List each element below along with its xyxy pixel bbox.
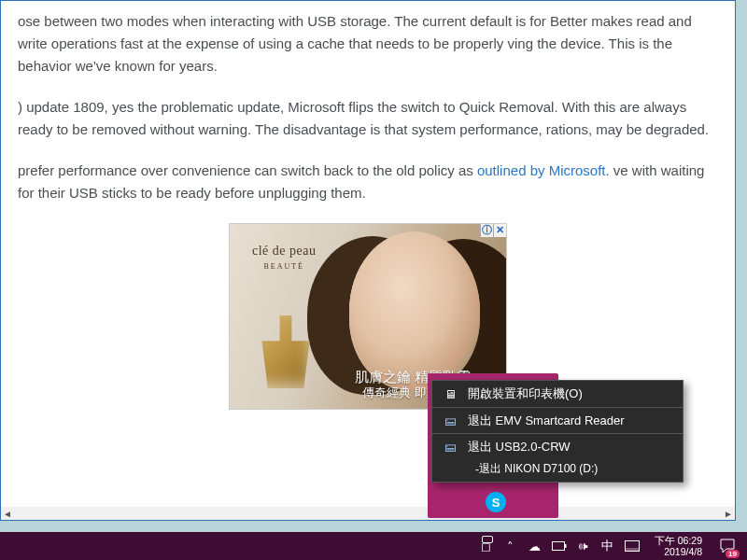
ad-product-image <box>256 315 316 388</box>
article-paragraph: ) update 1809, yes the problematic updat… <box>18 96 718 141</box>
drive-icon <box>442 439 458 455</box>
safely-remove-hardware-menu: 開啟裝置和印表機(O) 退出 EMV Smartcard Reader 退出 U… <box>431 380 684 483</box>
scroll-right-arrow-icon[interactable]: ► <box>722 507 735 520</box>
body-text: prefer performance over convenience can … <box>18 162 477 178</box>
ad-model-image <box>349 231 480 390</box>
onedrive-icon[interactable]: ☁ <box>528 539 543 553</box>
article-link-outlined-by-microsoft[interactable]: outlined by Microsoft <box>477 162 606 178</box>
action-center-icon[interactable]: 19 <box>717 536 738 556</box>
taskview-svg-icon <box>625 540 640 552</box>
svg-rect-3 <box>625 548 639 552</box>
clock-date: 2019/4/8 <box>655 546 702 557</box>
menu-eject-nikon-d7100[interactable]: - 退出 NIKON D7100 (D:) <box>432 459 683 482</box>
system-tray: ◻ ˄ ☁ 🕪 中 下午 06:29 2019/4/8 19 <box>472 535 745 557</box>
windows-taskbar: ◻ ˄ ☁ 🕪 中 下午 06:29 2019/4/8 19 <box>0 532 747 560</box>
ad-info-icon[interactable]: ⓘ <box>480 224 493 237</box>
battery-icon[interactable] <box>552 539 567 553</box>
ad-brand-subtext: BEAUTÉ <box>252 261 316 273</box>
notification-count-badge: 19 <box>726 550 740 558</box>
menu-item-label: 退出 USB2.0-CRW <box>468 439 571 455</box>
horizontal-scrollbar[interactable]: ◄ ► <box>1 507 735 520</box>
tray-overflow-chevron-icon[interactable]: ˄ <box>503 539 518 553</box>
people-icon[interactable]: ◻ <box>479 539 494 553</box>
clock-time: 下午 06:29 <box>655 535 702 546</box>
article-paragraph: ose between two modes when interacting w… <box>18 10 718 77</box>
taskbar-clock[interactable]: 下午 06:29 2019/4/8 <box>649 535 708 557</box>
people-icon <box>482 536 493 543</box>
battery-svg-icon <box>552 541 567 551</box>
drive-icon <box>442 413 458 429</box>
scrollbar-track[interactable] <box>14 507 722 520</box>
ad-controls: ⓘ ✕ <box>480 224 506 237</box>
svg-rect-1 <box>565 544 567 548</box>
menu-item-label: 退出 EMV Smartcard Reader <box>468 413 625 429</box>
menu-eject-usb-crw[interactable]: 退出 USB2.0-CRW <box>432 433 683 459</box>
ad-brand-text: clé de peau <box>252 244 316 258</box>
scroll-left-arrow-icon[interactable]: ◄ <box>1 507 14 520</box>
ad-close-icon[interactable]: ✕ <box>493 224 506 237</box>
skype-tray-icon[interactable]: S <box>486 492 506 512</box>
volume-icon[interactable]: 🕪 <box>576 539 591 553</box>
ad-brand-logo: clé de peau BEAUTÉ <box>252 241 316 273</box>
svg-rect-0 <box>552 542 564 551</box>
menu-eject-smartcard-reader[interactable]: 退出 EMV Smartcard Reader <box>432 407 683 433</box>
devices-and-printers-icon <box>442 385 458 402</box>
ime-language-icon[interactable]: 中 <box>600 539 615 553</box>
menu-open-devices-and-printers[interactable]: 開啟裝置和印表機(O) <box>432 381 683 407</box>
task-view-icon[interactable] <box>625 539 640 553</box>
menu-item-label: 開啟裝置和印表機(O) <box>468 385 583 402</box>
article-paragraph: prefer performance over convenience can … <box>18 160 718 204</box>
menu-item-label: 退出 NIKON D7100 (D:) <box>479 461 598 477</box>
